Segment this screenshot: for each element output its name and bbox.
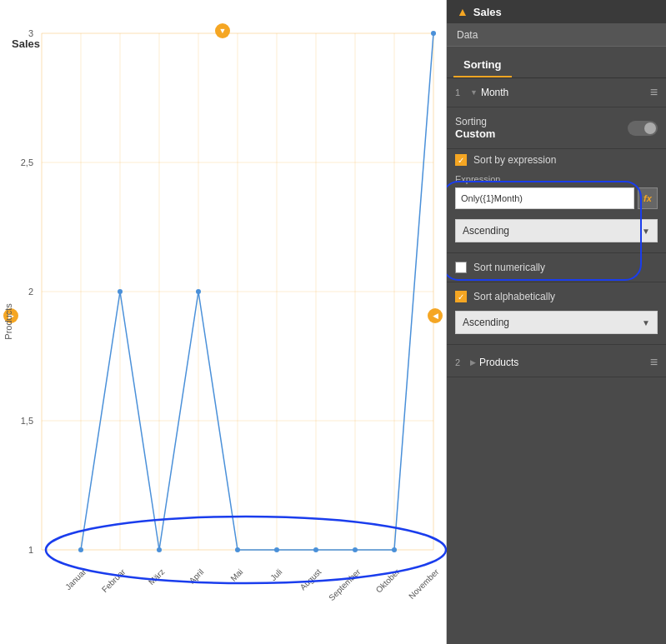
ascending-dropdown1-row: Ascending ▼ bbox=[447, 216, 666, 249]
svg-text:August: August bbox=[298, 567, 323, 592]
sorting-custom-section: Sorting Custom bbox=[447, 107, 666, 149]
sort-alphabetically-row[interactable]: ✓ Sort alphabetically bbox=[447, 286, 666, 307]
sort-numerically-row[interactable]: Sort numerically bbox=[447, 257, 666, 278]
svg-text:3: 3 bbox=[28, 28, 33, 38]
dimension-products-row[interactable]: 2 ▶ Products ≡ bbox=[447, 348, 666, 377]
svg-text:September: September bbox=[327, 567, 363, 602]
svg-text:2,5: 2,5 bbox=[21, 157, 33, 167]
chart-svg: 3 2,5 2 1,5 1 Januar Februar März April … bbox=[0, 25, 447, 642]
dimension-1-num: 1 bbox=[455, 87, 465, 97]
svg-text:1,5: 1,5 bbox=[21, 416, 33, 426]
expression-section: Expression fx bbox=[447, 171, 666, 216]
svg-point-24 bbox=[157, 547, 162, 552]
ascending-dropdown2-row: Ascending ▼ bbox=[447, 307, 666, 341]
sorting-toggle-row: Sorting Custom bbox=[455, 116, 658, 140]
sort-alphabetically-label: Sort alphabetically bbox=[473, 291, 555, 302]
svg-text:März: März bbox=[147, 567, 167, 587]
panel-title: Sales bbox=[473, 6, 502, 18]
data-tab[interactable]: Data bbox=[447, 24, 666, 47]
svg-text:1: 1 bbox=[28, 545, 33, 555]
svg-point-23 bbox=[118, 289, 123, 294]
dimension-products-label: ▶ Products bbox=[470, 357, 645, 368]
dropdown-arrow-icon: ▼ bbox=[642, 227, 650, 236]
sort-expression-checkbox[interactable]: ✓ bbox=[455, 154, 467, 166]
sort-by-expression-row[interactable]: ✓ Sort by expression bbox=[447, 149, 666, 171]
sort-expression-label: Sort by expression bbox=[473, 154, 556, 166]
sorting-label: Sorting bbox=[455, 116, 495, 127]
chart-icon: ▲ bbox=[457, 5, 468, 18]
dimension-month-menu-icon[interactable]: ≡ bbox=[650, 85, 658, 100]
svg-text:Juli: Juli bbox=[268, 567, 283, 582]
svg-point-30 bbox=[392, 547, 397, 552]
right-panel: ▲ Sales Data Sorting 1 ▼ Month ≡ Sorting… bbox=[447, 0, 666, 644]
panel-header: ▲ Sales bbox=[447, 0, 666, 24]
dropdown-arrow-2-icon: ▼ bbox=[642, 318, 650, 327]
svg-text:2: 2 bbox=[28, 287, 33, 297]
chevron-right-icon: ▶ bbox=[470, 358, 476, 367]
svg-point-29 bbox=[353, 547, 358, 552]
chevron-down-icon: ▼ bbox=[470, 88, 478, 97]
svg-text:Februar: Februar bbox=[100, 567, 128, 594]
svg-text:Mai: Mai bbox=[228, 567, 244, 583]
svg-point-27 bbox=[274, 547, 279, 552]
divider-3 bbox=[447, 344, 666, 345]
svg-point-22 bbox=[78, 547, 83, 552]
ascending-dropdown-2[interactable]: Ascending ▼ bbox=[455, 311, 658, 334]
svg-text:November: November bbox=[407, 567, 441, 601]
expression-input-row: fx bbox=[455, 187, 658, 209]
dimension-2-num: 2 bbox=[455, 357, 465, 367]
sort-numerically-label: Sort numerically bbox=[473, 262, 545, 273]
ascending-dropdown-1[interactable]: Ascending ▼ bbox=[455, 219, 658, 242]
expression-label: Expression bbox=[455, 174, 658, 184]
tabs-row: Sorting bbox=[447, 47, 666, 78]
svg-point-25 bbox=[196, 289, 201, 294]
dimension-products-menu-icon[interactable]: ≡ bbox=[650, 355, 658, 370]
sorting-toggle[interactable] bbox=[628, 121, 658, 136]
toggle-knob bbox=[644, 122, 656, 134]
fx-button[interactable]: fx bbox=[638, 187, 658, 209]
dimension-month-row[interactable]: 1 ▼ Month ≡ bbox=[447, 78, 666, 107]
dimension-month-label: ▼ Month bbox=[470, 87, 645, 98]
expression-input[interactable] bbox=[455, 187, 634, 209]
svg-point-31 bbox=[431, 31, 436, 36]
sort-alphabetically-checkbox[interactable]: ✓ bbox=[455, 291, 467, 302]
divider-2 bbox=[447, 282, 666, 282]
chart-container: ▼ ▶ ◀ Sales Products 3 2,5 2 1,5 1 bbox=[0, 0, 447, 644]
sort-numerically-checkbox[interactable] bbox=[455, 262, 467, 273]
custom-label: Custom bbox=[455, 127, 495, 140]
svg-point-28 bbox=[313, 547, 318, 552]
divider-1 bbox=[447, 252, 666, 253]
sorting-tab[interactable]: Sorting bbox=[453, 53, 512, 77]
svg-point-26 bbox=[235, 547, 240, 552]
